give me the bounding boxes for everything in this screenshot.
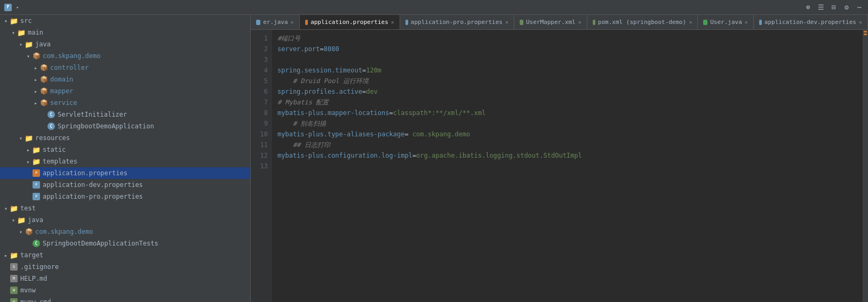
line-number-11: 11 bbox=[255, 140, 268, 150]
tree-item-com.skpang.demo[interactable]: 📦com.skpang.demo bbox=[0, 50, 250, 62]
tab-User.java[interactable]: User.java✕ bbox=[698, 15, 753, 29]
line-number-5: 5 bbox=[255, 76, 268, 86]
tree-arrow[interactable] bbox=[32, 87, 39, 95]
tree-label: application-dev.properties bbox=[43, 181, 143, 189]
tree-label: templates bbox=[43, 158, 77, 165]
tree-arrow[interactable] bbox=[2, 251, 10, 259]
tree-item-static[interactable]: 📁static bbox=[0, 144, 250, 156]
tree-item-ServletInitializer[interactable]: CServletInitializer bbox=[0, 109, 250, 120]
tree-item-service[interactable]: 📦service bbox=[0, 97, 250, 109]
tree-item-mvnw.cmd[interactable]: Wmvnw.cmd bbox=[0, 296, 250, 302]
tab-close-button[interactable]: ✕ bbox=[505, 19, 508, 25]
tree-item-mapper[interactable]: 📦mapper bbox=[0, 85, 250, 97]
more-icon[interactable]: ⋯ bbox=[855, 3, 864, 12]
project-dropdown-arrow[interactable]: ▾ bbox=[16, 5, 19, 10]
tree-arrow-leaf bbox=[2, 287, 10, 294]
tree-item-controller[interactable]: 📦controller bbox=[0, 62, 250, 74]
tab-pom.xml[interactable]: pom.xml (springboot-demo)✕ bbox=[587, 15, 698, 29]
tree-item-SpringbootDemoApplicationTests[interactable]: CSpringbootDemoApplicationTests bbox=[0, 238, 250, 249]
tree-item-target[interactable]: 📁target bbox=[0, 249, 250, 261]
line-number-3: 3 bbox=[255, 54, 268, 65]
tree-arrow[interactable] bbox=[32, 76, 39, 83]
code-editor[interactable]: 12345678910111213 #端口号server.port=8080 s… bbox=[251, 30, 868, 302]
token: classpath*:**/xml/**.xml bbox=[393, 108, 485, 118]
code-line-8: mybatis-plus.mapper-locations=classpath*… bbox=[277, 108, 857, 118]
tab-application-pro.properties[interactable]: application-pro.properties✕ bbox=[400, 15, 514, 29]
tree-item-test-com.skpang.demo[interactable]: 📦com.skpang.demo bbox=[0, 226, 250, 238]
filter-icon[interactable]: ⊟ bbox=[830, 3, 838, 12]
tree-item-test[interactable]: 📁test bbox=[0, 202, 250, 214]
tree-arrow[interactable] bbox=[25, 146, 32, 153]
tab-close-button[interactable]: ✕ bbox=[689, 19, 692, 25]
tree-item-application-pro.properties[interactable]: Papplication-pro.properties bbox=[0, 191, 250, 202]
globe-icon[interactable]: ⊕ bbox=[804, 3, 813, 12]
tree-item-templates[interactable]: 📁templates bbox=[0, 156, 250, 167]
tree-arrow[interactable] bbox=[32, 99, 39, 107]
token: mybatis-plus.mapper-locations bbox=[277, 108, 389, 118]
tree-arrow[interactable] bbox=[17, 228, 25, 235]
tab-close-button[interactable]: ✕ bbox=[745, 19, 748, 25]
tab-application.properties[interactable]: application.properties✕ bbox=[300, 15, 400, 29]
tree-label: mvnw.cmd bbox=[20, 298, 51, 302]
tab-UserMapper.xml[interactable]: UserMapper.xml✕ bbox=[514, 15, 587, 29]
line-number-7: 7 bbox=[255, 97, 268, 108]
code-line-4: spring.session.timeout=120m bbox=[277, 65, 857, 76]
project-icon: P bbox=[4, 4, 12, 11]
tree-item-main[interactable]: 📁main bbox=[0, 27, 250, 38]
code-content[interactable]: #端口号server.port=8080 spring.session.time… bbox=[272, 30, 863, 302]
tree-item-test-java[interactable]: 📁java bbox=[0, 214, 250, 226]
tree-arrow[interactable] bbox=[17, 40, 25, 48]
tab-user-java-partial[interactable]: er.java✕ bbox=[251, 15, 300, 29]
tab-label: UserMapper.xml bbox=[526, 19, 576, 26]
tree-item-src[interactable]: 📁src bbox=[0, 15, 250, 27]
tree-label: controller bbox=[50, 64, 89, 71]
tab-label: User.java bbox=[710, 19, 742, 26]
tree-label: src bbox=[20, 17, 32, 25]
tree-item-SpringbootDemoApplication[interactable]: CSpringbootDemoApplication bbox=[0, 120, 250, 132]
tree-item-application.properties[interactable]: Papplication.properties bbox=[0, 167, 250, 179]
line-number-1: 1 bbox=[255, 33, 268, 44]
tree-item-.gitignore[interactable]: G.gitignore bbox=[0, 261, 250, 273]
tree-label: application.properties bbox=[43, 169, 128, 177]
tree-arrow[interactable] bbox=[17, 134, 25, 142]
tree-label: java bbox=[28, 216, 43, 224]
tree-item-java[interactable]: 📁java bbox=[0, 38, 250, 50]
tree-item-mvnw[interactable]: Wmvnw bbox=[0, 284, 250, 296]
token: # Druid Pool 运行环境 bbox=[277, 76, 369, 86]
gear-icon[interactable]: ⚙ bbox=[842, 3, 851, 12]
tab-close-button[interactable]: ✕ bbox=[859, 19, 862, 25]
tree-arrow[interactable] bbox=[25, 158, 32, 165]
project-header[interactable]: P ▾ bbox=[4, 4, 19, 11]
tree-arrow-leaf bbox=[2, 298, 10, 302]
token: = bbox=[412, 150, 416, 161]
tree-label: mapper bbox=[50, 87, 73, 95]
token: mybatis-plus.configuration.log-impl bbox=[277, 150, 412, 161]
tab-application-dev.properties[interactable]: application-dev.properties✕ bbox=[754, 15, 868, 29]
tree-item-domain[interactable]: 📦domain bbox=[0, 74, 250, 85]
project-tree: 📁src📁main📁java📦com.skpang.demo📦controlle… bbox=[0, 15, 251, 302]
tree-arrow[interactable] bbox=[25, 52, 32, 60]
tree-arrow[interactable] bbox=[10, 216, 17, 224]
tab-close-button[interactable]: ✕ bbox=[578, 19, 582, 25]
tab-close-button[interactable]: ✕ bbox=[391, 19, 394, 25]
list-icon[interactable]: ☰ bbox=[817, 3, 825, 12]
token: 8080 bbox=[324, 44, 339, 54]
tree-arrow[interactable] bbox=[10, 29, 17, 36]
code-line-10: mybatis-plus.type-aliases-package= com.s… bbox=[277, 129, 857, 140]
tree-label: HELP.md bbox=[20, 275, 47, 282]
tree-label: com.skpang.demo bbox=[43, 52, 100, 60]
tab-close-button[interactable]: ✕ bbox=[291, 19, 294, 25]
code-line-7: # Mybatis 配置 bbox=[277, 97, 857, 108]
tree-arrow[interactable] bbox=[32, 64, 39, 71]
tree-item-application-dev.properties[interactable]: Papplication-dev.properties bbox=[0, 179, 250, 191]
tree-item-resources[interactable]: 📁resources bbox=[0, 132, 250, 144]
top-bar: P ▾ ⊕ ☰ ⊟ ⚙ ⋯ bbox=[0, 0, 868, 15]
token: org.apache.ibatis.logging.stdout.StdOutI… bbox=[416, 150, 582, 161]
tree-arrow[interactable] bbox=[2, 205, 10, 212]
tree-arrow[interactable] bbox=[2, 17, 10, 25]
editor-area: er.java✕application.properties✕applicati… bbox=[251, 15, 868, 302]
tree-label: .gitignore bbox=[20, 263, 59, 271]
tree-label: resources bbox=[35, 134, 70, 142]
tree-item-HELP.md[interactable]: MHELP.md bbox=[0, 273, 250, 284]
token: dev bbox=[366, 86, 378, 97]
